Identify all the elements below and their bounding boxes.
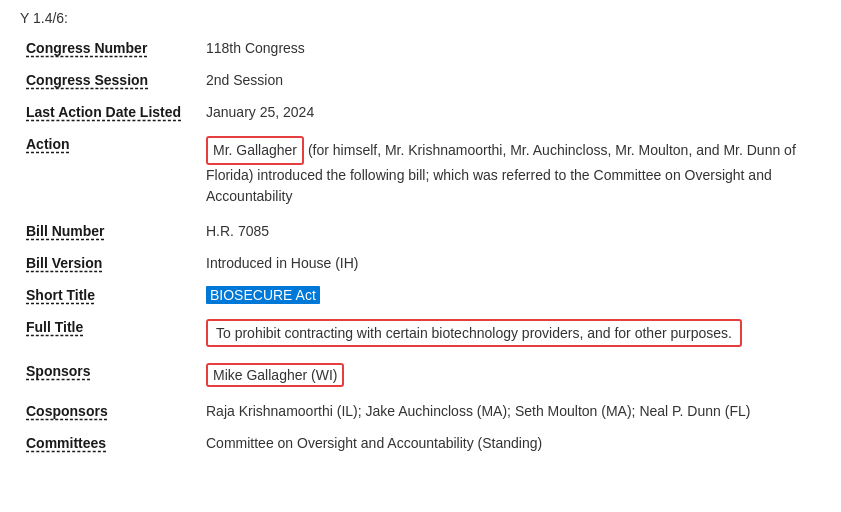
committees-row: Committees Committee on Oversight and Ac… (20, 427, 821, 459)
last-action-date-label: Last Action Date Listed (20, 96, 200, 128)
last-action-date-row: Last Action Date Listed January 25, 2024 (20, 96, 821, 128)
short-title-highlighted: BIOSECURE Act (206, 286, 320, 304)
sponsors-boxed: Mike Gallagher (WI) (206, 363, 344, 387)
short-title-label: Short Title (20, 279, 200, 311)
congress-number-row: Congress Number 118th Congress (20, 32, 821, 64)
congress-session-label: Congress Session (20, 64, 200, 96)
action-highlighted-name: Mr. Gallagher (206, 136, 304, 165)
last-action-date-value: January 25, 2024 (200, 96, 821, 128)
action-value: Mr. Gallagher (for himself, Mr. Krishnam… (200, 128, 821, 215)
congress-number-label: Congress Number (20, 32, 200, 64)
full-title-boxed: To prohibit contracting with certain bio… (206, 319, 742, 347)
bill-version-row: Bill Version Introduced in House (IH) (20, 247, 821, 279)
full-title-value: To prohibit contracting with certain bio… (200, 311, 821, 355)
action-label: Action (20, 128, 200, 215)
cosponsors-value: Raja Krishnamoorthi (IL); Jake Auchinclo… (200, 395, 821, 427)
short-title-row: Short Title BIOSECURE Act (20, 279, 821, 311)
congress-session-value: 2nd Session (200, 64, 821, 96)
bill-number-row: Bill Number H.R. 7085 (20, 215, 821, 247)
congress-session-row: Congress Session 2nd Session (20, 64, 821, 96)
action-row: Action Mr. Gallagher (for himself, Mr. K… (20, 128, 821, 215)
short-title-value: BIOSECURE Act (200, 279, 821, 311)
sponsors-label: Sponsors (20, 355, 200, 395)
bill-version-label: Bill Version (20, 247, 200, 279)
committees-label: Committees (20, 427, 200, 459)
metadata-table: Congress Number 118th Congress Congress … (20, 32, 821, 459)
full-title-row: Full Title To prohibit contracting with … (20, 311, 821, 355)
sponsors-row: Sponsors Mike Gallagher (WI) (20, 355, 821, 395)
cosponsors-label: Cosponsors (20, 395, 200, 427)
congress-number-value: 118th Congress (200, 32, 821, 64)
doc-id: Y 1.4/6: (20, 10, 821, 26)
bill-number-label: Bill Number (20, 215, 200, 247)
bill-number-value: H.R. 7085 (200, 215, 821, 247)
sponsors-value: Mike Gallagher (WI) (200, 355, 821, 395)
bill-version-value: Introduced in House (IH) (200, 247, 821, 279)
committees-value: Committee on Oversight and Accountabilit… (200, 427, 821, 459)
full-title-label: Full Title (20, 311, 200, 355)
cosponsors-row: Cosponsors Raja Krishnamoorthi (IL); Jak… (20, 395, 821, 427)
